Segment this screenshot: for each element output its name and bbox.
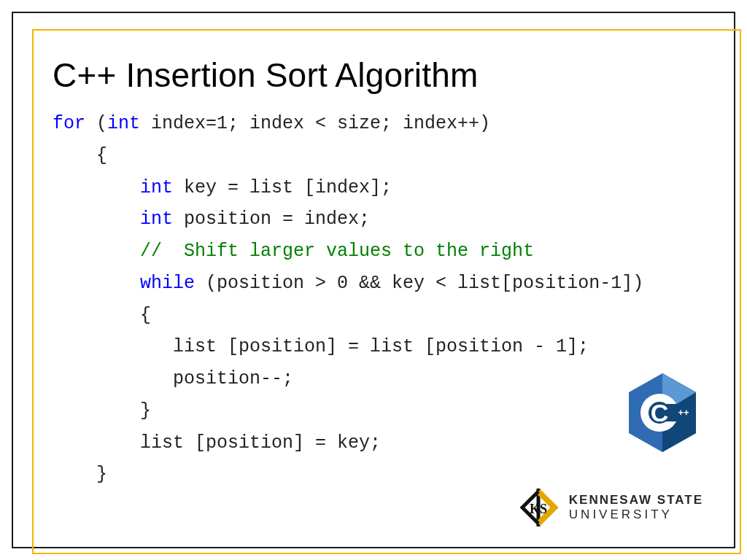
code-text: { bbox=[53, 305, 151, 326]
university-name: KENNESAW STATE UNIVERSITY bbox=[569, 493, 703, 522]
code-text: position = index; bbox=[173, 209, 370, 230]
code-text: } bbox=[53, 400, 151, 421]
code-text: key = list [index]; bbox=[173, 177, 392, 198]
keyword-while: while bbox=[140, 273, 195, 294]
code-text: ( bbox=[85, 113, 107, 134]
university-line1: KENNESAW STATE bbox=[569, 493, 703, 508]
code-text: (position > 0 && key < list[position-1]) bbox=[195, 273, 643, 294]
code-text bbox=[53, 209, 140, 230]
university-line2: UNIVERSITY bbox=[569, 508, 703, 522]
slide-title: C++ Insertion Sort Algorithm bbox=[53, 55, 703, 95]
ksu-monogram-icon: KS bbox=[516, 487, 560, 528]
cpp-letter: C bbox=[651, 399, 669, 427]
code-text bbox=[53, 177, 140, 198]
cpp-plus: ++ bbox=[678, 407, 689, 418]
keyword-int: int bbox=[140, 209, 173, 230]
code-text bbox=[53, 273, 140, 294]
code-text: { bbox=[53, 145, 107, 166]
code-text: index=1; index < size; index++) bbox=[140, 113, 490, 134]
keyword-int: int bbox=[140, 177, 173, 198]
code-text bbox=[53, 241, 140, 262]
keyword-int: int bbox=[107, 113, 140, 134]
university-logo: KS KENNESAW STATE UNIVERSITY bbox=[516, 487, 703, 528]
code-text: } bbox=[53, 464, 107, 485]
slide-content: C++ Insertion Sort Algorithm for (int in… bbox=[53, 55, 703, 491]
code-text: list [position] = key; bbox=[53, 432, 381, 454]
code-text: list [position] = list [position - 1]; bbox=[53, 336, 589, 357]
code-text: position--; bbox=[53, 368, 293, 389]
code-comment: // Shift larger values to the right bbox=[140, 241, 534, 262]
keyword-for: for bbox=[53, 113, 85, 134]
cpp-logo-icon: C ++ bbox=[626, 372, 699, 454]
code-block: for (int index=1; index < size; index++)… bbox=[53, 108, 703, 491]
ksu-monogram-text: KS bbox=[530, 502, 547, 516]
